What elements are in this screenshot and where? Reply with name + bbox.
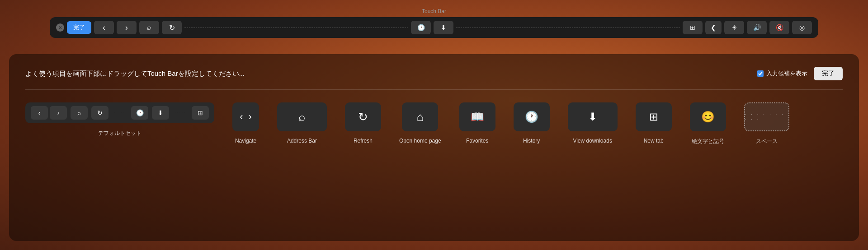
ds-refresh-button[interactable]: ↻ xyxy=(91,106,108,120)
touchbar-brightness-button[interactable]: ☀ xyxy=(724,21,744,34)
refresh-button[interactable]: ↻ xyxy=(345,102,381,131)
space-button[interactable]: · · · · · · · · · · xyxy=(744,102,789,131)
touchbar-refresh-button[interactable]: ↻ xyxy=(162,21,182,34)
address-bar-button[interactable]: ⌕ xyxy=(277,102,327,131)
downloads-label: View downloads xyxy=(573,138,612,144)
space-group: · · · · · · · · · · スペース xyxy=(744,102,789,145)
home-group: ⌂ Open home page xyxy=(399,102,441,144)
touchbar-history-button[interactable]: 🕐 xyxy=(411,21,431,34)
touchbar-spacer-left xyxy=(184,28,408,28)
ds-newtab-button[interactable]: ⊞ xyxy=(192,106,209,120)
new-tab-group: ⊞ New tab xyxy=(636,102,672,144)
navigate-back-icon: ‹ xyxy=(240,111,243,123)
navigate-label: Navigate xyxy=(235,138,256,144)
space-dots: · · · · · · · · · · xyxy=(745,112,788,122)
close-button[interactable]: ✕ xyxy=(56,23,64,32)
home-button[interactable]: ⌂ xyxy=(402,102,438,131)
close-icon: ✕ xyxy=(58,25,62,30)
favorites-group: 📖 Favorites xyxy=(459,102,495,144)
touchbar-search-button[interactable]: ⌕ xyxy=(139,21,159,34)
ds-downloads-button[interactable]: ⬇ xyxy=(152,106,169,120)
touchbar-siri-button[interactable]: ◎ xyxy=(792,21,812,34)
downloads-group: ⬇ View downloads xyxy=(568,102,618,144)
touchbar-mute-button[interactable]: 🔇 xyxy=(769,21,789,34)
ds-forward-button[interactable]: › xyxy=(50,106,67,120)
touchbar-forward-button[interactable]: › xyxy=(117,21,137,34)
ds-dots-left: ····· xyxy=(112,111,127,115)
touchbar-done-button[interactable]: 完了 xyxy=(67,21,91,34)
default-back-forward: ‹ › xyxy=(31,106,67,120)
touchbar-volume-button[interactable]: 🔊 xyxy=(747,21,767,34)
home-label: Open home page xyxy=(399,138,441,144)
emoji-label: 絵文字と記号 xyxy=(692,138,724,145)
touchbar-back-button[interactable]: ‹ xyxy=(94,21,114,34)
new-tab-label: New tab xyxy=(644,138,664,144)
touchbar-title: Touch Bar xyxy=(50,8,818,14)
customization-panel: よく使う項目を画面下部にドラッグしてTouch Barを設定してください... … xyxy=(9,54,859,241)
default-set-row: ‹ › ⌕ ↻ ····· 🕐 ⬇ ····· ⊞ xyxy=(25,102,214,123)
default-set-group: ‹ › ⌕ ↻ ····· 🕐 ⬇ ····· ⊞ デフォルトセット xyxy=(25,102,214,137)
new-tab-button[interactable]: ⊞ xyxy=(636,102,672,131)
main-done-button[interactable]: 完了 xyxy=(814,67,843,80)
downloads-button[interactable]: ⬇ xyxy=(568,102,618,131)
refresh-group: ↻ Refresh xyxy=(345,102,381,144)
instruction-text: よく使う項目を画面下部にドラッグしてTouch Barを設定してください... xyxy=(25,69,245,78)
ds-dots-right: ····· xyxy=(173,111,188,115)
checkbox-text: 入力候補を表示 xyxy=(766,69,807,78)
divider xyxy=(25,89,843,90)
emoji-button[interactable]: 😊 xyxy=(690,102,726,131)
ds-history-button[interactable]: 🕐 xyxy=(131,106,148,120)
history-group: 🕐 History xyxy=(514,102,550,144)
ds-search-button[interactable]: ⌕ xyxy=(71,106,88,120)
navigate-forward-icon: › xyxy=(249,111,252,123)
default-set-label: デフォルトセット xyxy=(98,130,142,137)
navigate-group: ‹ › Navigate xyxy=(232,102,259,144)
space-label: スペース xyxy=(756,138,778,145)
history-button[interactable]: 🕐 xyxy=(514,102,550,131)
history-label: History xyxy=(523,138,540,144)
ds-back-button[interactable]: ‹ xyxy=(31,106,48,120)
touchbar-spacer-right xyxy=(456,28,680,28)
emoji-group: 😊 絵文字と記号 xyxy=(690,102,726,145)
favorites-button[interactable]: 📖 xyxy=(459,102,495,131)
touchbar-newtab-button[interactable]: ⊞ xyxy=(683,21,703,34)
touchbar-downloads-button[interactable]: ⬇ xyxy=(434,21,453,34)
touchbar-bracket-button[interactable]: ❮ xyxy=(705,21,722,34)
refresh-label: Refresh xyxy=(354,138,373,144)
checkbox-label[interactable]: 入力候補を表示 xyxy=(757,69,807,78)
address-bar-label: Address Bar xyxy=(287,138,317,144)
autocomplete-checkbox[interactable] xyxy=(757,70,764,77)
navigate-buttons[interactable]: ‹ › xyxy=(232,102,259,131)
favorites-label: Favorites xyxy=(466,138,488,144)
address-bar-group: ⌕ Address Bar xyxy=(277,102,327,144)
